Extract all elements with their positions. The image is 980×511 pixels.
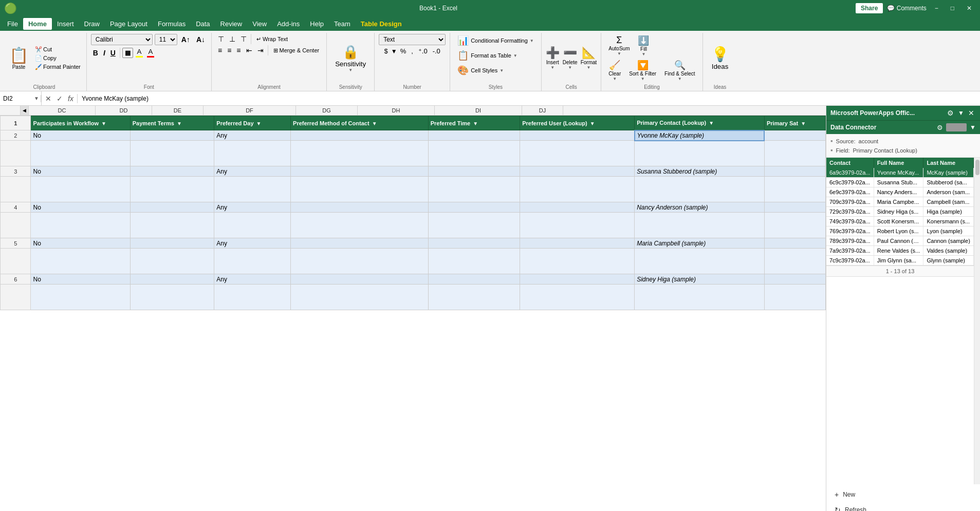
fullname-3[interactable]: Nancy Anders... (874, 187, 923, 197)
currency-button[interactable]: $ (382, 46, 390, 56)
col-contact[interactable]: Contact (826, 158, 874, 168)
cell-r6b-dc[interactable] (31, 285, 130, 310)
cell-r5-dg[interactable] (428, 238, 520, 249)
contact-4[interactable]: 709c3979-02a... (826, 197, 874, 207)
cell-r2-dj[interactable] (764, 130, 825, 141)
confirm-formula-button[interactable]: ✓ (55, 94, 64, 103)
underline-button[interactable]: U (108, 48, 118, 58)
dc-dropdown-button[interactable]: ▼ (970, 124, 976, 131)
panel-v-scrollbar[interactable] (974, 158, 980, 484)
cell-r5-de[interactable]: Any (214, 238, 291, 249)
col-header-dg[interactable]: DG (296, 106, 358, 115)
cell-r6-dh[interactable] (520, 274, 635, 285)
cell-r2b-df[interactable] (291, 141, 429, 166)
dc-settings-button[interactable]: ⚙ (937, 124, 943, 131)
decrease-decimal-button[interactable]: -.0 (431, 46, 442, 56)
cell-r4-dd[interactable] (130, 202, 214, 213)
list-item[interactable]: 6a9c3979-02a... Yvonne McKay... McKay (s… (826, 168, 974, 178)
table-row[interactable]: 3 No Any Susanna Stubberod (sample) (1, 166, 826, 177)
cell-r5-dj[interactable] (764, 238, 825, 249)
minimize-button[interactable]: − (931, 3, 942, 14)
menu-draw[interactable]: Draw (79, 18, 105, 30)
cell-r2b-de[interactable] (214, 141, 291, 166)
cell-r4b-dg[interactable] (428, 213, 520, 238)
cell-r5-dh[interactable] (520, 238, 635, 249)
cell-r5-dc[interactable]: No (31, 238, 130, 249)
menu-help[interactable]: Help (305, 18, 329, 30)
cell-r3b-dj[interactable] (764, 177, 825, 202)
scroll-left-button[interactable]: ◀ (21, 106, 29, 115)
cell-r6-dj[interactable] (764, 274, 825, 285)
table-row[interactable]: 5 No Any Maria Campbell (sample) (1, 238, 826, 249)
fullname-10[interactable]: Jim Glynn (sa... (874, 256, 923, 266)
decrease-indent-button[interactable]: ⇤ (244, 45, 254, 55)
filter-dj-icon[interactable]: ▼ (801, 121, 806, 126)
contact-9[interactable]: 7a9c3979-02a... (826, 246, 874, 256)
list-item[interactable]: 709c3979-02a... Maria Campbe... Campbell… (826, 197, 974, 207)
filter-df-icon[interactable]: ▼ (372, 121, 377, 126)
menu-insert[interactable]: Insert (52, 18, 79, 30)
col-header-df[interactable]: DF (204, 106, 296, 115)
format-as-table-button[interactable]: 📋 Format as Table ▼ (454, 49, 521, 62)
panel-v-thumb[interactable] (975, 160, 979, 175)
bold-button[interactable]: B (91, 48, 100, 58)
increase-decimal-button[interactable]: ⁺.0 (416, 46, 430, 56)
cell-r4b-dj[interactable] (764, 213, 825, 238)
col-header-dd[interactable]: DD (96, 106, 152, 115)
cell-r5b-dj[interactable] (764, 249, 825, 274)
align-center-button[interactable]: ≡ (225, 45, 233, 55)
list-item[interactable]: 789c3979-02a... Paul Cannon (… Cannon (s… (826, 236, 974, 246)
cell-r5b-dd[interactable] (130, 249, 214, 274)
cell-r5b-de[interactable] (214, 249, 291, 274)
border-button[interactable]: ▦ (122, 48, 133, 58)
cell-styles-button[interactable]: 🎨 Cell Styles ▼ (454, 64, 507, 77)
cell-r4b-df[interactable] (291, 213, 429, 238)
filter-dg-icon[interactable]: ▼ (473, 121, 478, 126)
font-color-button[interactable]: A (145, 47, 156, 58)
fullname-5[interactable]: Sidney Higa (s... (874, 207, 923, 217)
list-item[interactable]: 7c9c3979-02a... Jim Glynn (sa... Glynn (… (826, 256, 974, 266)
filter-dd-icon[interactable]: ▼ (177, 121, 182, 126)
cell-r6b-dd[interactable] (130, 285, 214, 310)
maximize-button[interactable]: □ (947, 3, 958, 14)
fullname-4[interactable]: Maria Campbe... (874, 197, 923, 207)
lastname-3[interactable]: Anderson (sam... (923, 187, 974, 197)
header-df[interactable]: Preferred Method of Contact ▼ (291, 116, 429, 130)
sensitivity-button[interactable]: 🔒 Sensitivity ▼ (331, 43, 370, 73)
insert-button[interactable]: ➕ Insert ▼ (546, 46, 560, 70)
cell-r6-de[interactable]: Any (214, 274, 291, 285)
cell-r3-di[interactable]: Susanna Stubberod (sample) (635, 166, 765, 177)
cell-r3-dh[interactable] (520, 166, 635, 177)
header-de[interactable]: Preferred Day ▼ (214, 116, 291, 130)
menu-view[interactable]: View (247, 18, 272, 30)
list-item[interactable]: 6e9c3979-02a... Nancy Anders... Anderson… (826, 187, 974, 197)
cell-r6-dg[interactable] (428, 274, 520, 285)
contact-2[interactable]: 6c9c3979-02a... (826, 178, 874, 187)
refresh-button[interactable]: ↻ Refresh (831, 504, 975, 511)
autosum-button[interactable]: Σ AutoSum ▼ (605, 34, 633, 58)
conditional-formatting-button[interactable]: 📊 Conditional Formatting ▼ (454, 34, 537, 47)
cell-ref-input[interactable] (3, 95, 34, 102)
fullname-6[interactable]: Scott Konersm... (874, 217, 923, 226)
cell-r5b-dh[interactable] (520, 249, 635, 274)
comma-button[interactable]: , (409, 46, 415, 56)
cut-button[interactable]: ✂️ Cut (33, 46, 82, 53)
font-family-selector[interactable]: Calibri (91, 34, 153, 45)
cell-ref-dropdown-arrow[interactable]: ▼ (34, 96, 39, 101)
cell-r2b-di[interactable] (635, 141, 765, 166)
paste-button[interactable]: 📋 Paste (6, 45, 31, 71)
header-dj[interactable]: Primary Sat ▼ (764, 116, 825, 130)
cell-r6-di[interactable]: Sidney Higa (sample) (635, 274, 765, 285)
col-header-dj[interactable]: DJ (522, 106, 563, 115)
cell-r2b-dj[interactable] (764, 141, 825, 166)
fill-button[interactable]: ⬇️ Fill ▼ (635, 34, 652, 58)
col-header-de[interactable]: DE (152, 106, 204, 115)
find-select-button[interactable]: 🔍 Find & Select ▼ (661, 59, 698, 82)
cell-r3b-dd[interactable] (130, 177, 214, 202)
fullname-7[interactable]: Robert Lyon (s... (874, 226, 923, 236)
menu-page-layout[interactable]: Page Layout (105, 18, 153, 30)
comments-link[interactable]: 💬 Comments (887, 5, 926, 12)
share-button[interactable]: Share (856, 3, 883, 13)
contact-1[interactable]: 6a9c3979-02a... (826, 168, 874, 178)
cell-r3b-de[interactable] (214, 177, 291, 202)
